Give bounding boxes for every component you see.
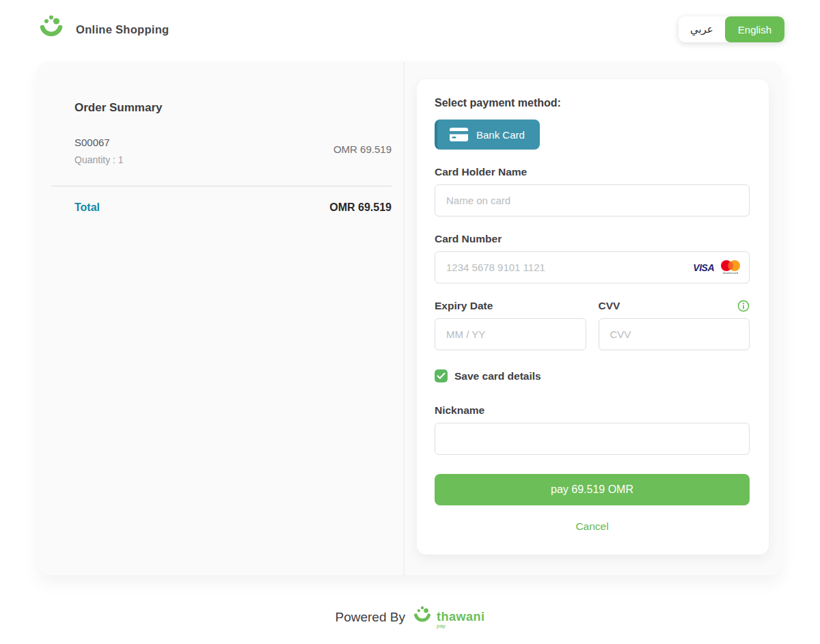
save-card-label: Save card details <box>454 370 541 382</box>
order-item-id: S00067 <box>74 137 124 148</box>
order-total-label: Total <box>74 201 100 214</box>
bank-card-button-label: Bank Card <box>476 129 525 141</box>
language-arabic-button[interactable]: عربي <box>679 16 725 42</box>
expiry-date-input[interactable] <box>435 318 586 350</box>
cvv-input[interactable] <box>599 318 750 350</box>
powered-by-row: Powered By thawani pay <box>0 605 820 629</box>
order-total-row: Total OMR 69.519 <box>74 201 392 214</box>
card-holder-name-input[interactable] <box>435 184 750 216</box>
page-header: Online Shopping عربي English <box>0 0 820 57</box>
order-summary-title: Order Summary <box>74 101 392 115</box>
cvv-info-icon[interactable] <box>737 300 750 312</box>
order-summary-section: Order Summary S00067 Quantity : 1 OMR 69… <box>38 61 405 575</box>
order-item-amount: OMR 69.519 <box>333 137 392 165</box>
order-item-quantity: Quantity : 1 <box>74 154 124 165</box>
thawani-smiley-footer-icon <box>412 605 433 629</box>
expiry-column: Expiry Date <box>435 283 586 350</box>
payment-section: Select payment method: Bank Card Card Ho… <box>405 61 782 575</box>
brand: Online Shopping <box>38 14 169 45</box>
powered-by-text: Powered By <box>336 610 405 625</box>
save-card-checkbox[interactable] <box>435 369 448 382</box>
card-number-field: VISA mastercard <box>435 251 750 283</box>
language-toggle: عربي English <box>679 16 784 42</box>
payment-card: Select payment method: Bank Card Card Ho… <box>417 79 769 555</box>
mastercard-icon: mastercard <box>721 260 740 275</box>
card-number-label: Card Number <box>435 233 750 245</box>
expiry-date-label: Expiry Date <box>435 300 586 312</box>
thawani-smiley-logo-icon <box>38 14 65 45</box>
thawani-pay-sub: pay <box>437 624 485 629</box>
visa-icon: VISA <box>693 262 714 273</box>
language-english-button[interactable]: English <box>725 16 784 42</box>
cvv-label: CVV <box>599 300 620 312</box>
select-payment-method-label: Select payment method: <box>435 97 750 109</box>
thawani-wordmark: thawani <box>437 611 485 623</box>
nickname-input[interactable] <box>435 423 750 455</box>
card-holder-name-label: Card Holder Name <box>435 166 750 178</box>
order-item-row: S00067 Quantity : 1 OMR 69.519 <box>74 137 392 165</box>
brand-title: Online Shopping <box>76 23 169 36</box>
credit-card-icon <box>450 128 468 141</box>
bank-card-method-button[interactable]: Bank Card <box>435 120 540 150</box>
save-card-row: Save card details <box>435 369 750 382</box>
order-summary-divider <box>51 186 392 186</box>
cancel-button[interactable]: Cancel <box>575 520 608 533</box>
cvv-column: CVV <box>599 283 750 350</box>
order-total-amount: OMR 69.519 <box>329 201 392 214</box>
card-brand-logos: VISA mastercard <box>693 251 740 283</box>
page-footer: Powered By thawani pay <box>0 605 820 644</box>
thawani-pay-logo: thawani pay <box>412 605 485 629</box>
checkout-panel: Order Summary S00067 Quantity : 1 OMR 69… <box>38 61 782 575</box>
nickname-label: Nickname <box>435 404 750 417</box>
pay-button[interactable]: pay 69.519 OMR <box>435 474 750 505</box>
